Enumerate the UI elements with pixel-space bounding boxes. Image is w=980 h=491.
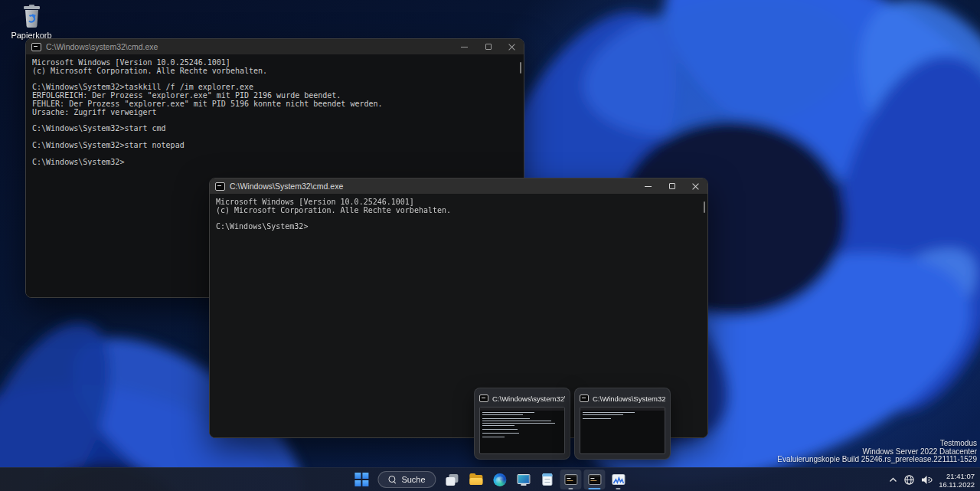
window-title: C:\Windows\System32\cmd.exe <box>230 182 343 191</box>
running-indicator <box>569 488 573 490</box>
thumbnail-title: C:\Windows\System32\cmd... <box>593 394 665 403</box>
server-manager-icon <box>517 474 530 486</box>
terminal-line: C:\Windows\System32>start cmd <box>32 124 518 133</box>
network-globe-icon[interactable] <box>903 474 915 486</box>
edge-button[interactable] <box>489 470 511 489</box>
tray-clock[interactable]: 21:41:07 16.11.2022 <box>939 472 975 489</box>
edge-icon <box>493 473 506 486</box>
terminal-line <box>32 149 518 158</box>
terminal-line: C:\Windows\System32>start notepad <box>32 141 518 149</box>
clock-date: 16.11.2022 <box>939 480 975 489</box>
search-label: Suche <box>401 475 425 484</box>
task-manager-icon <box>612 474 625 485</box>
recycle-bin-icon[interactable]: Papierkorb <box>9 5 54 40</box>
scrollbar-thumb[interactable] <box>520 62 521 74</box>
minimize-button[interactable] <box>452 39 476 54</box>
minimize-button[interactable] <box>636 178 660 194</box>
file-explorer-button[interactable] <box>466 470 487 489</box>
taskbar-thumbnail-cmd-1[interactable]: C:\Windows\system32\cmd... <box>474 388 570 460</box>
scrollbar-thumb[interactable] <box>704 201 705 213</box>
taskbar-thumbnail-cmd-2[interactable]: C:\Windows\System32\cmd... <box>574 388 671 460</box>
terminal-line <box>216 214 701 223</box>
cmd-taskbar-button-1[interactable] <box>560 470 582 489</box>
notepad-icon <box>542 473 552 486</box>
cmd-icon <box>588 474 601 485</box>
terminal-line: C:\Windows\System32> <box>216 222 701 231</box>
folder-icon <box>469 474 482 485</box>
terminal-line: (c) Microsoft Corporation. Alle Rechte v… <box>32 67 518 75</box>
task-manager-button[interactable] <box>608 470 629 489</box>
thumbnail-preview <box>580 407 665 454</box>
server-manager-button[interactable] <box>513 470 534 489</box>
search-box[interactable]: Suche <box>377 471 436 488</box>
terminal-line: Microsoft Windows [Version 10.0.25246.10… <box>216 198 701 206</box>
terminal-line <box>32 75 518 83</box>
maximize-button[interactable] <box>660 178 684 194</box>
search-icon <box>388 476 397 484</box>
task-view-button[interactable] <box>442 470 463 489</box>
terminal-line: ERFOLGREICH: Der Prozess "explorer.exe" … <box>32 91 518 100</box>
cmd-icon <box>580 394 589 402</box>
watermark-line: Evaluierungskopie Build 25246.rs_prerele… <box>777 456 977 464</box>
test-mode-watermark: Testmodus Windows Server 2022 Datacenter… <box>777 440 977 464</box>
close-button[interactable] <box>684 178 707 194</box>
trash-can-icon <box>21 5 42 28</box>
cmd-icon <box>479 394 488 402</box>
thumbnail-title: C:\Windows\system32\cmd... <box>492 394 565 403</box>
windows-logo-icon <box>355 473 369 486</box>
terminal-line: Microsoft Windows [Version 10.0.25246.10… <box>32 58 518 67</box>
desktop: Papierkorb C:\Windows\system32\cmd.exe M… <box>0 0 980 491</box>
terminal-line <box>32 133 518 141</box>
focused-indicator <box>589 488 601 490</box>
terminal-line: (c) Microsoft Corporation. Alle Rechte v… <box>216 206 701 214</box>
terminal-line: FEHLER: Der Prozess "explorer.exe" mit P… <box>32 100 518 108</box>
terminal-line <box>32 116 518 125</box>
taskbar: Suche <box>0 467 980 491</box>
cmd-taskbar-button-2[interactable] <box>584 470 606 489</box>
cmd-window-2-titlebar[interactable]: C:\Windows\System32\cmd.exe <box>210 178 707 194</box>
close-button[interactable] <box>500 39 524 54</box>
task-view-icon <box>446 474 459 486</box>
thumbnail-preview <box>479 407 565 454</box>
running-indicator <box>616 488 621 490</box>
terminal-line: Ursache: Zugriff verweigert <box>32 108 518 116</box>
clock-time: 21:41:07 <box>939 472 975 480</box>
cmd-icon <box>215 182 225 191</box>
watermark-line: Testmodus <box>777 440 977 448</box>
tray-chevron-up-icon[interactable] <box>889 477 897 483</box>
start-button[interactable] <box>351 470 372 489</box>
window-title: C:\Windows\system32\cmd.exe <box>46 42 158 51</box>
terminal-line: C:\Windows\System32>taskkill /f /im expl… <box>32 83 518 91</box>
notepad-button[interactable] <box>537 470 558 489</box>
cmd-icon <box>564 474 577 485</box>
terminal-line: C:\Windows\System32> <box>32 158 518 166</box>
cmd-icon <box>31 43 41 51</box>
volume-icon[interactable] <box>921 475 933 485</box>
maximize-button[interactable] <box>476 39 500 54</box>
cmd-window-1-titlebar[interactable]: C:\Windows\system32\cmd.exe <box>26 39 524 54</box>
